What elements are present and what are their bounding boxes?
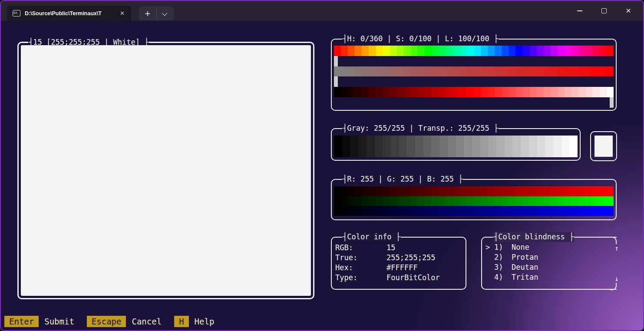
blindness-item-none[interactable]: > 1) None — [485, 242, 613, 252]
color-blindness-panel: Color blindness ↑ ↓ > 1) None 2) Protan … — [481, 237, 617, 290]
lightness-slider-handle[interactable] — [610, 97, 614, 108]
tab-title: D:\Source\Public\Terminaux\T — [25, 10, 115, 17]
gray-transparency-title: Gray: 255/255 | Transp.: 255/255 — [342, 123, 499, 133]
info-value: FourBitColor — [386, 273, 440, 283]
selection-marker — [485, 252, 494, 262]
terminal-viewport: 15 [255;255;255 | White] H: 0/360 | S: 0… — [1, 21, 643, 330]
info-value: #FFFFFF — [386, 263, 418, 273]
maximize-button[interactable] — [592, 2, 616, 20]
selection-marker — [485, 272, 494, 282]
key-escape: Escape — [87, 316, 126, 327]
current-color-swatch — [594, 136, 613, 157]
hue-slider-bar[interactable] — [334, 46, 614, 56]
info-row-hex: Hex: #FFFFFF — [335, 263, 462, 273]
blue-slider-bar[interactable] — [334, 206, 614, 216]
item-number: 3) — [494, 262, 512, 272]
lightness-slider-track — [334, 97, 614, 108]
color-preview-panel: 15 [255;255;255 | White] — [17, 42, 314, 299]
selection-marker: > — [485, 242, 494, 252]
saturation-slider-track — [334, 76, 614, 87]
green-slider-bar[interactable] — [334, 196, 614, 206]
info-row-type: Type: FourBitColor — [335, 273, 462, 283]
hsl-title: H: 0/360 | S: 0/100 | L: 100/100 — [342, 34, 499, 44]
blindness-item-tritan[interactable]: 4) Tritan — [485, 272, 613, 282]
info-value: 15 — [386, 243, 395, 253]
info-row-rgb: RGB: 15 — [335, 243, 462, 253]
new-tab-button[interactable]: + — [139, 7, 156, 20]
cmd-icon: C:\ — [13, 10, 20, 17]
action-submit: Submit — [44, 316, 74, 327]
color-blindness-title: Color blindness — [493, 232, 574, 242]
info-label: Type: — [335, 273, 386, 283]
item-number: 1) — [494, 242, 512, 252]
terminal-window: C:\ D:\Source\Public\Terminaux\T ✕ + ✕ 1… — [0, 0, 644, 331]
item-label: None — [512, 242, 529, 252]
new-tab-group: + — [139, 7, 174, 20]
keybinding-status-bar: Enter Submit Escape Cancel H Help — [4, 316, 227, 327]
gray-transparency-panel: Gray: 255/255 | Transp.: 255/255 — [331, 128, 581, 161]
chevron-down-icon — [162, 10, 167, 16]
tab-close-icon[interactable]: ✕ — [118, 9, 127, 17]
terminal-tab[interactable]: C:\ D:\Source\Public\Terminaux\T ✕ — [7, 6, 131, 21]
window-controls: ✕ — [568, 1, 641, 21]
action-cancel: Cancel — [132, 316, 162, 327]
minimize-icon — [577, 10, 582, 11]
hue-slider-track — [334, 56, 614, 66]
item-label: Deutan — [512, 262, 538, 272]
info-label: RGB: — [335, 243, 386, 253]
title-bar: C:\ D:\Source\Public\Terminaux\T ✕ + ✕ — [1, 1, 643, 21]
item-number: 4) — [494, 272, 512, 282]
info-label: True: — [335, 253, 386, 263]
rgb-title: R: 255 | G: 255 | B: 255 — [342, 174, 463, 184]
hue-slider-handle[interactable] — [334, 56, 338, 66]
blindness-item-deutan[interactable]: 3) Deutan — [485, 262, 613, 272]
hsl-panel: H: 0/360 | S: 0/100 | L: 100/100 — [331, 39, 617, 111]
blindness-item-protan[interactable]: 2) Protan — [485, 252, 613, 262]
selection-marker — [485, 262, 494, 272]
current-color-box — [590, 131, 617, 161]
close-button[interactable]: ✕ — [616, 2, 641, 20]
minimize-button[interactable] — [568, 2, 592, 20]
rgb-panel: R: 255 | G: 255 | B: 255 — [331, 179, 617, 220]
lightness-slider-bar[interactable] — [334, 87, 614, 97]
maximize-icon — [601, 8, 607, 13]
gray-slider-bar[interactable] — [334, 136, 578, 157]
red-slider-bar[interactable] — [334, 186, 614, 196]
color-preview-swatch — [21, 45, 311, 296]
action-help: Help — [195, 316, 215, 327]
tab-dropdown-button[interactable] — [157, 7, 174, 20]
border-stub-top — [610, 237, 617, 244]
item-label: Tritan — [512, 272, 538, 282]
key-enter: Enter — [4, 316, 39, 327]
item-label: Protan — [512, 252, 538, 262]
saturation-slider-handle[interactable] — [334, 76, 338, 87]
key-h: H — [174, 316, 188, 327]
info-value: 255;255;255 — [386, 253, 436, 263]
border-stub-bottom — [610, 283, 617, 290]
item-number: 2) — [494, 252, 512, 262]
color-info-panel: Color info RGB: 15 True: 255;255;255 Hex… — [331, 237, 466, 290]
scroll-down-icon[interactable]: ↓ — [614, 275, 619, 283]
info-row-true: True: 255;255;255 — [335, 253, 462, 263]
close-icon: ✕ — [626, 7, 631, 15]
scroll-up-icon[interactable]: ↑ — [614, 244, 619, 253]
saturation-slider-bar[interactable] — [334, 66, 614, 77]
color-info-title: Color info — [342, 232, 401, 242]
info-label: Hex: — [335, 263, 386, 273]
